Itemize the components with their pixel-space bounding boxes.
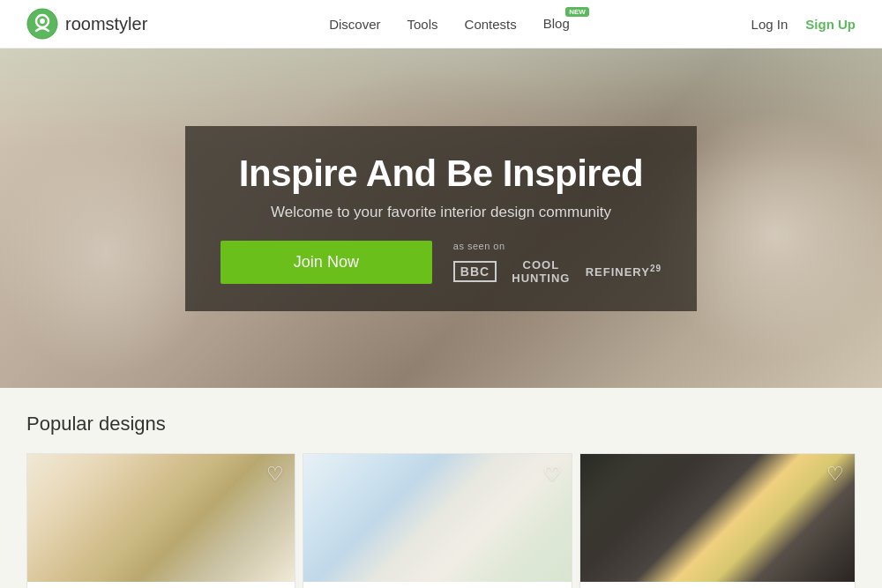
popular-designs-title: Popular designs	[26, 413, 856, 435]
hero-cta-row: Join Now as seen on BBC COOL HUNTING REF…	[220, 241, 662, 285]
cool-hunting-logo: COOL HUNTING	[509, 258, 573, 285]
design-image-1	[27, 454, 295, 582]
auth-area: Log In Sign Up	[751, 17, 856, 32]
designs-grid: ♡ Tiny Kitchen CREATED BY LB1981 ♡ coast…	[26, 453, 856, 588]
heart-icon-1[interactable]: ♡	[266, 463, 284, 486]
design-image-2	[303, 454, 571, 582]
login-button[interactable]: Log In	[751, 17, 789, 32]
nav-contests[interactable]: Contests	[465, 17, 517, 32]
logo[interactable]: roomstyler	[26, 8, 147, 40]
refinery29-logo: REFINERY29	[586, 264, 662, 279]
design-image-3	[580, 454, 855, 582]
nav-blog[interactable]: Blog	[543, 16, 570, 31]
main-nav: Discover Tools Contests Blog NEW	[329, 16, 570, 32]
join-now-button[interactable]: Join Now	[220, 241, 432, 284]
hero-overlay: Inspire And Be Inspired Welcome to your …	[185, 126, 697, 311]
as-seen-area: as seen on BBC COOL HUNTING REFINERY29	[453, 241, 662, 285]
design-info-3: SMALL KITCHEN CREATED BY ANAAPRIL	[580, 582, 855, 588]
press-logos: BBC COOL HUNTING REFINERY29	[453, 258, 662, 285]
heart-icon-2[interactable]: ♡	[543, 463, 561, 486]
logo-text: roomstyler	[65, 14, 147, 34]
logo-icon	[26, 8, 58, 40]
design-image-wrap-2: ♡	[303, 454, 571, 582]
nav-tools[interactable]: Tools	[407, 17, 438, 32]
header: roomstyler Discover Tools Contests Blog …	[0, 0, 882, 48]
hero-subtitle: Welcome to your favorite interior design…	[220, 204, 662, 221]
svg-point-2	[40, 19, 45, 24]
design-info-2: coastal CREATED BY ANAAPRIL	[303, 582, 571, 588]
design-card-3[interactable]: ♡ SMALL KITCHEN CREATED BY ANAAPRIL	[579, 453, 856, 588]
signup-button[interactable]: Sign Up	[805, 17, 856, 32]
popular-designs-section: Popular designs ♡ Tiny Kitchen CREATED B…	[0, 388, 882, 588]
hero-title: Inspire And Be Inspired	[220, 153, 662, 195]
heart-icon-3[interactable]: ♡	[826, 463, 844, 486]
design-card-2[interactable]: ♡ coastal CREATED BY ANAAPRIL	[303, 453, 572, 588]
design-info-1: Tiny Kitchen CREATED BY LB1981	[27, 582, 295, 588]
design-card-1[interactable]: ♡ Tiny Kitchen CREATED BY LB1981	[26, 453, 295, 588]
design-image-wrap-3: ♡	[580, 454, 855, 582]
bbc-logo: BBC	[453, 261, 497, 282]
nav-discover[interactable]: Discover	[329, 17, 380, 32]
nav-blog-wrapper: Blog NEW	[543, 16, 570, 32]
as-seen-label: as seen on	[453, 241, 505, 251]
design-image-wrap-1: ♡	[27, 454, 295, 582]
blog-new-badge: NEW	[565, 7, 589, 17]
hero-section: Inspire And Be Inspired Welcome to your …	[0, 48, 882, 388]
